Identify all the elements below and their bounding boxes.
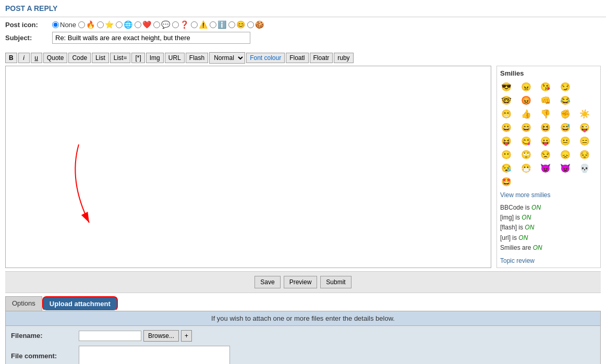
smiley-1[interactable]: 😎: [500, 80, 513, 93]
page-title: POST A REPLY: [0, 0, 606, 17]
action-bar: Save Preview Submit: [5, 271, 601, 293]
smiley-5[interactable]: [578, 80, 591, 93]
url-button[interactable]: URL: [165, 53, 185, 63]
subject-input[interactable]: [52, 32, 250, 44]
smiley-26[interactable]: 😶: [500, 148, 513, 161]
smiley-30[interactable]: 😔: [578, 148, 591, 161]
smiley-29[interactable]: 😞: [559, 148, 572, 161]
smilies-panel: Smilies 😎 😠 😘 😏 🤓 😡 👊 😂 😁 👍 👎 ✊ ☀: [496, 66, 601, 268]
preview-button[interactable]: Preview: [284, 276, 318, 288]
topic-review-link[interactable]: Topic review: [500, 257, 597, 264]
smiley-34[interactable]: 👿: [559, 162, 572, 174]
smiley-11[interactable]: 😁: [500, 107, 513, 120]
smiley-2[interactable]: 😠: [520, 80, 532, 93]
smilies-grid: 😎 😠 😘 😏 🤓 😡 👊 😂 😁 👍 👎 ✊ ☀️ 😀 😄: [500, 80, 597, 188]
smiley-33[interactable]: 😈: [539, 162, 552, 174]
smiley-28[interactable]: 😒: [539, 148, 552, 161]
smiley-7[interactable]: 😡: [520, 94, 532, 106]
underline-button[interactable]: u: [31, 53, 42, 63]
smiley-36[interactable]: 🤩: [500, 175, 513, 188]
text-editor: [5, 66, 491, 268]
quote-button[interactable]: Quote: [43, 53, 68, 63]
filename-input[interactable]: [79, 331, 141, 341]
smiley-14[interactable]: ✊: [559, 107, 572, 120]
list-item-button[interactable]: [*]: [131, 53, 144, 63]
smiley-35[interactable]: 💀: [578, 162, 591, 174]
smiley-25[interactable]: 😑: [578, 135, 591, 147]
flash-status: [flash] is ON: [500, 223, 597, 233]
subject-label: Subject:: [5, 34, 52, 42]
tabs-row: Options Upload attachment: [5, 296, 601, 311]
font-colour-button[interactable]: Font colour: [246, 53, 285, 63]
img-button[interactable]: Img: [146, 53, 164, 63]
view-more-smilies-link[interactable]: View more smilies: [500, 191, 550, 199]
smiley-21[interactable]: 😝: [500, 135, 513, 147]
add-file-button[interactable]: +: [181, 330, 192, 342]
attach-form: Filename: Browse... + File comment:: [6, 326, 600, 364]
file-comment-row: File comment:: [11, 346, 595, 364]
post-icon-options: None 🔥 ⭐ 🌐 ❤️ 💬 ❓ ⚠️ ℹ️ 😊 🍪: [52, 20, 264, 29]
message-textarea[interactable]: [6, 66, 491, 230]
file-comment-label: File comment:: [11, 352, 79, 360]
smiley-8[interactable]: 👊: [539, 94, 552, 106]
smiley-32[interactable]: 😷: [520, 162, 532, 174]
url-status: [url] is ON: [500, 233, 597, 243]
smiley-9[interactable]: 😂: [559, 94, 572, 106]
smiley-3[interactable]: 😘: [539, 80, 552, 93]
file-comment-input[interactable]: [79, 346, 230, 364]
smiley-20[interactable]: 😜: [578, 121, 591, 134]
img-status: [img] is ON: [500, 213, 597, 223]
post-icon-label: Post icon:: [5, 21, 52, 29]
filename-row: Filename: Browse... +: [11, 330, 595, 342]
italic-button[interactable]: i: [18, 53, 30, 63]
save-button[interactable]: Save: [254, 276, 280, 288]
smiley-31[interactable]: 😪: [500, 162, 513, 174]
code-button[interactable]: Code: [68, 53, 91, 63]
upload-info: If you wish to attach one or more files …: [6, 311, 600, 326]
smiley-24[interactable]: 😐: [559, 135, 572, 147]
smiley-22[interactable]: 😋: [520, 135, 532, 147]
formatting-toolbar: B i u Quote Code List List= [*] Img URL …: [0, 50, 606, 66]
smiley-23[interactable]: 😛: [539, 135, 552, 147]
submit-button[interactable]: Submit: [320, 276, 351, 288]
browse-button[interactable]: Browse...: [143, 330, 179, 342]
smilies-title: Smilies: [500, 69, 597, 77]
bold-button[interactable]: B: [5, 53, 17, 63]
ruby-button[interactable]: ruby: [334, 53, 353, 63]
bbcode-status: BBCode is ON: [500, 203, 597, 213]
filename-controls: Browse... +: [79, 330, 192, 342]
smiley-19[interactable]: 😅: [559, 121, 572, 134]
floatr-button[interactable]: Floatr: [310, 53, 333, 63]
smiley-18[interactable]: 😆: [539, 121, 552, 134]
smiley-16[interactable]: 😀: [500, 121, 513, 134]
font-size-select[interactable]: Normal Small Large Huge: [209, 52, 245, 64]
icon-none[interactable]: None: [52, 21, 76, 29]
floatl-button[interactable]: Floatl: [286, 53, 308, 63]
smiley-13[interactable]: 👎: [539, 107, 552, 120]
smilies-status: Smilies are ON: [500, 243, 597, 253]
filename-label: Filename:: [11, 332, 79, 339]
smiley-10[interactable]: [578, 94, 591, 106]
flash-button[interactable]: Flash: [186, 53, 208, 63]
smiley-27[interactable]: 🙄: [520, 148, 532, 161]
smiley-6[interactable]: 🤓: [500, 94, 513, 106]
smiley-12[interactable]: 👍: [520, 107, 532, 120]
smiley-17[interactable]: 😄: [520, 121, 532, 134]
list-button[interactable]: List: [92, 53, 109, 63]
tabs-section: Options Upload attachment If you wish to…: [5, 296, 601, 364]
tab-upload-attachment[interactable]: Upload attachment: [42, 296, 118, 311]
smiley-15[interactable]: ☀️: [578, 107, 591, 120]
bbcode-info: BBCode is ON [img] is ON [flash] is ON […: [500, 203, 597, 253]
tab-content: If you wish to attach one or more files …: [5, 311, 601, 364]
tab-options[interactable]: Options: [5, 296, 42, 311]
list-ordered-button[interactable]: List=: [110, 53, 131, 63]
smiley-4[interactable]: 😏: [559, 80, 572, 93]
